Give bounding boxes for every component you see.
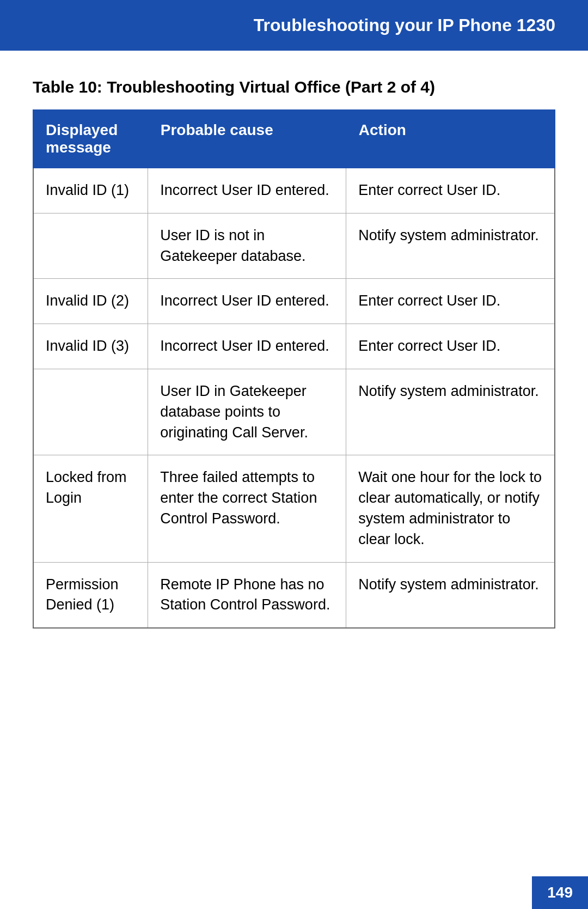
- table-caption: Table 10: Troubleshooting Virtual Office…: [33, 78, 555, 96]
- page-content: Table 10: Troubleshooting Virtual Office…: [0, 51, 588, 683]
- page-number: 149: [547, 884, 573, 901]
- cell-displayed: [33, 369, 148, 455]
- cell-displayed: Locked from Login: [33, 455, 148, 562]
- table-header-row: Displayed message Probable cause Action: [33, 110, 555, 168]
- page-number-box: 149: [532, 876, 588, 909]
- table-row: Locked from LoginThree failed attempts t…: [33, 455, 555, 562]
- col-header-probable: Probable cause: [148, 110, 346, 168]
- cell-displayed: Permission Denied (1): [33, 562, 148, 628]
- cell-probable: User ID is not in Gatekeeper database.: [148, 213, 346, 279]
- cell-probable: Three failed attempts to enter the corre…: [148, 455, 346, 562]
- table-row: Permission Denied (1)Remote IP Phone has…: [33, 562, 555, 628]
- col-header-displayed: Displayed message: [33, 110, 148, 168]
- table-row: User ID is not in Gatekeeper database.No…: [33, 213, 555, 279]
- cell-probable: User ID in Gatekeeper database points to…: [148, 369, 346, 455]
- table-row: Invalid ID (1)Incorrect User ID entered.…: [33, 168, 555, 213]
- cell-action: Notify system administrator.: [346, 562, 555, 628]
- cell-displayed: Invalid ID (1): [33, 168, 148, 213]
- cell-displayed: Invalid ID (3): [33, 324, 148, 369]
- cell-probable: Remote IP Phone has no Station Control P…: [148, 562, 346, 628]
- data-table: Displayed message Probable cause Action …: [33, 109, 555, 629]
- header-bar: Troubleshooting your IP Phone 1230: [0, 0, 588, 51]
- cell-probable: Incorrect User ID entered.: [148, 168, 346, 213]
- cell-action: Enter correct User ID.: [346, 324, 555, 369]
- header-title: Troubleshooting your IP Phone 1230: [254, 15, 555, 35]
- col-header-action: Action: [346, 110, 555, 168]
- table-row: User ID in Gatekeeper database points to…: [33, 369, 555, 455]
- table-row: Invalid ID (3)Incorrect User ID entered.…: [33, 324, 555, 369]
- cell-action: Enter correct User ID.: [346, 279, 555, 324]
- cell-probable: Incorrect User ID entered.: [148, 324, 346, 369]
- cell-probable: Incorrect User ID entered.: [148, 279, 346, 324]
- cell-displayed: [33, 213, 148, 279]
- cell-displayed: Invalid ID (2): [33, 279, 148, 324]
- cell-action: Notify system administrator.: [346, 369, 555, 455]
- cell-action: Enter correct User ID.: [346, 168, 555, 213]
- cell-action: Wait one hour for the lock to clear auto…: [346, 455, 555, 562]
- cell-action: Notify system administrator.: [346, 213, 555, 279]
- table-row: Invalid ID (2)Incorrect User ID entered.…: [33, 279, 555, 324]
